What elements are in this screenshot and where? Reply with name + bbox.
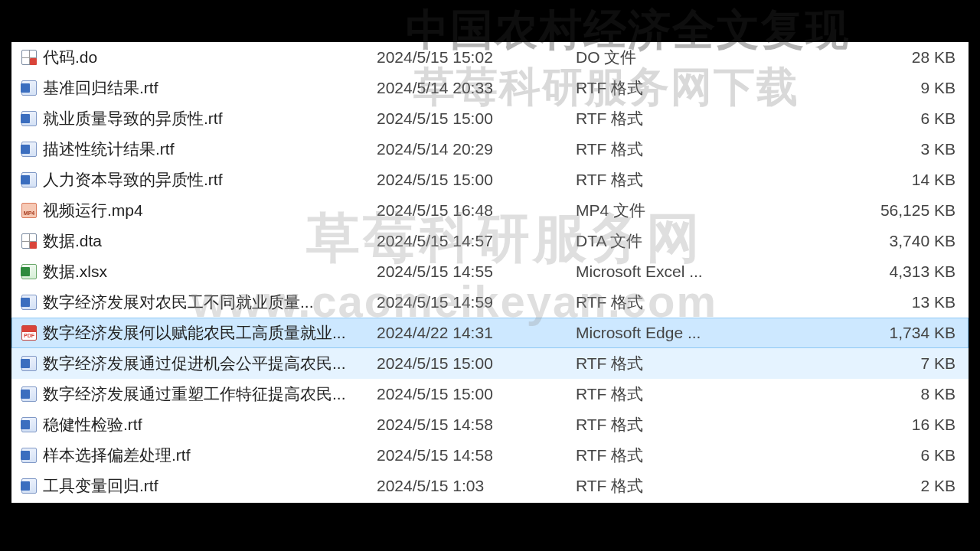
file-name: 数据.xlsx (40, 261, 377, 282)
file-type: RTF 格式 (576, 383, 752, 405)
file-type: MP4 文件 (576, 200, 752, 221)
file-row[interactable]: 人力资本导致的异质性.rtf2024/5/15 15:00RTF 格式14 KB (11, 165, 969, 195)
file-date: 2024/5/15 16:48 (377, 201, 576, 220)
file-name: 数据.dta (40, 230, 377, 252)
mp4-file-icon (18, 203, 40, 218)
file-size: 1,734 KB (752, 324, 963, 342)
file-row[interactable]: 数据.dta2024/5/15 14:57DTA 文件3,740 KB (11, 226, 969, 256)
file-date: 2024/5/15 15:00 (377, 109, 576, 128)
word-file-icon (18, 142, 40, 157)
file-list: 代码.do2024/5/15 15:02DO 文件28 KB基准回归结果.rtf… (11, 42, 969, 503)
file-type: DTA 文件 (576, 230, 752, 252)
word-file-icon (18, 111, 40, 126)
file-name: 数字经济发展通过重塑工作特征提高农民... (40, 383, 377, 405)
file-row[interactable]: 数字经济发展通过促进机会公平提高农民...2024/5/15 15:00RTF … (11, 348, 969, 379)
file-date: 2024/5/15 14:58 (377, 446, 576, 465)
file-type: DO 文件 (576, 47, 752, 68)
file-row[interactable]: 视频运行.mp42024/5/15 16:48MP4 文件56,125 KB (11, 195, 969, 226)
file-row[interactable]: 工具变量回归.rtf2024/5/15 1:03RTF 格式2 KB (11, 471, 969, 501)
file-date: 2024/5/15 15:00 (377, 354, 576, 373)
file-row[interactable]: 描述性统计结果.rtf2024/5/14 20:29RTF 格式3 KB (11, 134, 969, 165)
file-type: RTF 格式 (576, 445, 752, 466)
file-name: 基准回归结果.rtf (40, 77, 377, 99)
file-type: RTF 格式 (576, 169, 752, 191)
word-file-icon (18, 356, 40, 371)
letterbox-top (0, 0, 980, 42)
file-date: 2024/5/15 15:00 (377, 171, 576, 189)
grid-file-icon (18, 50, 40, 65)
viewport: 代码.do2024/5/15 15:02DO 文件28 KB基准回归结果.rtf… (0, 0, 980, 551)
file-name: 视频运行.mp4 (40, 200, 377, 221)
file-size: 16 KB (752, 416, 963, 434)
word-file-icon (18, 80, 40, 96)
file-size: 3,740 KB (752, 232, 963, 250)
file-type: RTF 格式 (576, 139, 752, 160)
file-name: 数字经济发展通过促进机会公平提高农民... (40, 353, 377, 374)
file-row[interactable]: 就业质量导致的异质性.rtf2024/5/15 15:00RTF 格式6 KB (11, 103, 969, 134)
file-size: 14 KB (752, 171, 963, 189)
file-row[interactable]: 数据.xlsx2024/5/15 14:55Microsoft Excel ..… (11, 256, 969, 287)
file-type: RTF 格式 (576, 414, 752, 435)
file-type: RTF 格式 (576, 353, 752, 374)
file-size: 9 KB (752, 79, 963, 97)
file-row[interactable]: 数字经济发展对农民工不同就业质量...2024/5/15 14:59RTF 格式… (11, 287, 969, 318)
file-size: 2 KB (752, 477, 963, 495)
word-file-icon (18, 478, 40, 494)
file-type: RTF 格式 (576, 475, 752, 497)
file-type: RTF 格式 (576, 292, 752, 313)
file-name: 就业质量导致的异质性.rtf (40, 108, 377, 129)
file-size: 13 KB (752, 293, 963, 311)
file-name: 稳健性检验.rtf (40, 414, 377, 435)
file-size: 7 KB (752, 354, 963, 373)
file-size: 6 KB (752, 109, 963, 128)
file-type: RTF 格式 (576, 108, 752, 129)
file-date: 2024/5/15 14:58 (377, 416, 576, 434)
file-name: 数字经济发展对农民工不同就业质量... (40, 292, 377, 313)
file-name: 数字经济发展何以赋能农民工高质量就业... (40, 322, 377, 344)
file-row[interactable]: 稳健性检验.rtf2024/5/15 14:58RTF 格式16 KB (11, 409, 969, 440)
word-file-icon (18, 386, 40, 402)
word-file-icon (18, 448, 40, 463)
file-size: 3 KB (752, 140, 963, 158)
file-row[interactable]: 数字经济发展何以赋能农民工高质量就业...2024/4/22 14:31Micr… (11, 318, 969, 348)
letterbox-bottom (0, 503, 980, 551)
file-date: 2024/5/15 15:00 (377, 385, 576, 403)
pdf-file-icon (18, 325, 40, 341)
file-row[interactable]: 代码.do2024/5/15 15:02DO 文件28 KB (11, 42, 969, 73)
file-row[interactable]: 基准回归结果.rtf2024/5/14 20:33RTF 格式9 KB (11, 73, 969, 103)
file-date: 2024/5/15 1:03 (377, 477, 576, 495)
file-size: 8 KB (752, 385, 963, 403)
file-name: 样本选择偏差处理.rtf (40, 445, 377, 466)
file-type: RTF 格式 (576, 77, 752, 99)
word-file-icon (18, 295, 40, 310)
file-type: Microsoft Excel ... (576, 262, 752, 281)
word-file-icon (18, 417, 40, 432)
file-name: 人力资本导致的异质性.rtf (40, 169, 377, 191)
xls-file-icon (18, 264, 40, 279)
file-size: 4,313 KB (752, 262, 963, 281)
file-size: 28 KB (752, 48, 963, 67)
file-size: 56,125 KB (752, 201, 963, 220)
file-row[interactable]: 样本选择偏差处理.rtf2024/5/15 14:58RTF 格式6 KB (11, 440, 969, 471)
file-date: 2024/4/22 14:31 (377, 324, 576, 342)
file-type: Microsoft Edge ... (576, 324, 752, 342)
grid-file-icon (18, 233, 40, 249)
file-date: 2024/5/14 20:29 (377, 140, 576, 158)
file-name: 代码.do (40, 47, 377, 68)
file-date: 2024/5/15 14:57 (377, 232, 576, 250)
file-size: 6 KB (752, 446, 963, 465)
file-name: 工具变量回归.rtf (40, 475, 377, 497)
file-date: 2024/5/15 14:55 (377, 262, 576, 281)
word-file-icon (18, 172, 40, 187)
file-name: 描述性统计结果.rtf (40, 139, 377, 160)
file-row[interactable]: 数字经济发展通过重塑工作特征提高农民...2024/5/15 15:00RTF … (11, 379, 969, 409)
file-date: 2024/5/15 15:02 (377, 48, 576, 67)
file-date: 2024/5/15 14:59 (377, 293, 576, 311)
file-date: 2024/5/14 20:33 (377, 79, 576, 97)
